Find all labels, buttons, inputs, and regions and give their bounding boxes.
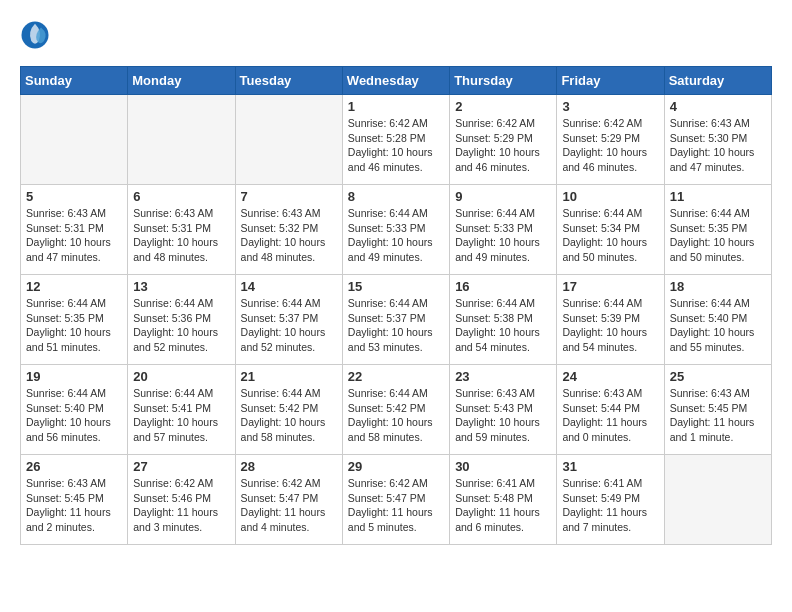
sunrise: Sunrise: 6:44 AM — [348, 297, 428, 309]
week-row-3: 12 Sunrise: 6:44 AM Sunset: 5:35 PM Dayl… — [21, 275, 772, 365]
daylight: Daylight: 10 hours and 47 minutes. — [670, 146, 755, 173]
day-number: 10 — [562, 189, 658, 204]
sunrise: Sunrise: 6:43 AM — [133, 207, 213, 219]
sunrise: Sunrise: 6:44 AM — [241, 387, 321, 399]
sunrise: Sunrise: 6:43 AM — [670, 117, 750, 129]
calendar-cell: 18 Sunrise: 6:44 AM Sunset: 5:40 PM Dayl… — [664, 275, 771, 365]
sunrise: Sunrise: 6:44 AM — [455, 207, 535, 219]
calendar-table: SundayMondayTuesdayWednesdayThursdayFrid… — [20, 66, 772, 545]
day-info: Sunrise: 6:44 AM Sunset: 5:40 PM Dayligh… — [670, 296, 766, 355]
sunset: Sunset: 5:37 PM — [241, 312, 319, 324]
sunset: Sunset: 5:41 PM — [133, 402, 211, 414]
sunrise: Sunrise: 6:42 AM — [133, 477, 213, 489]
sunrise: Sunrise: 6:42 AM — [455, 117, 535, 129]
sunset: Sunset: 5:40 PM — [670, 312, 748, 324]
calendar-cell: 11 Sunrise: 6:44 AM Sunset: 5:35 PM Dayl… — [664, 185, 771, 275]
calendar-cell: 25 Sunrise: 6:43 AM Sunset: 5:45 PM Dayl… — [664, 365, 771, 455]
calendar-cell: 28 Sunrise: 6:42 AM Sunset: 5:47 PM Dayl… — [235, 455, 342, 545]
day-info: Sunrise: 6:42 AM Sunset: 5:29 PM Dayligh… — [562, 116, 658, 175]
calendar-cell: 22 Sunrise: 6:44 AM Sunset: 5:42 PM Dayl… — [342, 365, 449, 455]
daylight: Daylight: 10 hours and 49 minutes. — [348, 236, 433, 263]
daylight: Daylight: 10 hours and 50 minutes. — [562, 236, 647, 263]
calendar-cell: 26 Sunrise: 6:43 AM Sunset: 5:45 PM Dayl… — [21, 455, 128, 545]
sunset: Sunset: 5:47 PM — [348, 492, 426, 504]
sunset: Sunset: 5:35 PM — [26, 312, 104, 324]
sunset: Sunset: 5:45 PM — [26, 492, 104, 504]
logo — [20, 20, 54, 50]
daylight: Daylight: 11 hours and 1 minute. — [670, 416, 755, 443]
day-info: Sunrise: 6:43 AM Sunset: 5:44 PM Dayligh… — [562, 386, 658, 445]
calendar-cell: 13 Sunrise: 6:44 AM Sunset: 5:36 PM Dayl… — [128, 275, 235, 365]
sunset: Sunset: 5:40 PM — [26, 402, 104, 414]
sunset: Sunset: 5:37 PM — [348, 312, 426, 324]
day-number: 16 — [455, 279, 551, 294]
calendar-cell — [21, 95, 128, 185]
sunset: Sunset: 5:38 PM — [455, 312, 533, 324]
daylight: Daylight: 10 hours and 58 minutes. — [241, 416, 326, 443]
sunrise: Sunrise: 6:43 AM — [26, 477, 106, 489]
sunrise: Sunrise: 6:44 AM — [26, 387, 106, 399]
sunset: Sunset: 5:34 PM — [562, 222, 640, 234]
calendar-cell — [128, 95, 235, 185]
sunrise: Sunrise: 6:44 AM — [241, 297, 321, 309]
calendar-cell: 10 Sunrise: 6:44 AM Sunset: 5:34 PM Dayl… — [557, 185, 664, 275]
sunset: Sunset: 5:29 PM — [455, 132, 533, 144]
daylight: Daylight: 10 hours and 56 minutes. — [26, 416, 111, 443]
col-header-thursday: Thursday — [450, 67, 557, 95]
day-number: 21 — [241, 369, 337, 384]
sunset: Sunset: 5:42 PM — [241, 402, 319, 414]
col-header-monday: Monday — [128, 67, 235, 95]
day-info: Sunrise: 6:44 AM Sunset: 5:37 PM Dayligh… — [348, 296, 444, 355]
sunrise: Sunrise: 6:44 AM — [26, 297, 106, 309]
day-number: 29 — [348, 459, 444, 474]
day-number: 11 — [670, 189, 766, 204]
sunset: Sunset: 5:33 PM — [348, 222, 426, 234]
sunrise: Sunrise: 6:44 AM — [348, 387, 428, 399]
sunrise: Sunrise: 6:44 AM — [133, 387, 213, 399]
sunrise: Sunrise: 6:44 AM — [133, 297, 213, 309]
day-number: 7 — [241, 189, 337, 204]
daylight: Daylight: 10 hours and 58 minutes. — [348, 416, 433, 443]
day-info: Sunrise: 6:44 AM Sunset: 5:39 PM Dayligh… — [562, 296, 658, 355]
daylight: Daylight: 10 hours and 49 minutes. — [455, 236, 540, 263]
sunrise: Sunrise: 6:44 AM — [670, 297, 750, 309]
day-info: Sunrise: 6:44 AM Sunset: 5:36 PM Dayligh… — [133, 296, 229, 355]
sunset: Sunset: 5:39 PM — [562, 312, 640, 324]
calendar-cell: 7 Sunrise: 6:43 AM Sunset: 5:32 PM Dayli… — [235, 185, 342, 275]
calendar-cell: 2 Sunrise: 6:42 AM Sunset: 5:29 PM Dayli… — [450, 95, 557, 185]
sunset: Sunset: 5:45 PM — [670, 402, 748, 414]
calendar-cell: 15 Sunrise: 6:44 AM Sunset: 5:37 PM Dayl… — [342, 275, 449, 365]
page-header — [20, 20, 772, 50]
calendar-cell: 5 Sunrise: 6:43 AM Sunset: 5:31 PM Dayli… — [21, 185, 128, 275]
sunset: Sunset: 5:44 PM — [562, 402, 640, 414]
day-number: 2 — [455, 99, 551, 114]
sunset: Sunset: 5:46 PM — [133, 492, 211, 504]
day-number: 12 — [26, 279, 122, 294]
sunset: Sunset: 5:31 PM — [26, 222, 104, 234]
day-info: Sunrise: 6:44 AM Sunset: 5:33 PM Dayligh… — [348, 206, 444, 265]
daylight: Daylight: 10 hours and 46 minutes. — [562, 146, 647, 173]
day-number: 13 — [133, 279, 229, 294]
calendar-cell: 31 Sunrise: 6:41 AM Sunset: 5:49 PM Dayl… — [557, 455, 664, 545]
week-row-5: 26 Sunrise: 6:43 AM Sunset: 5:45 PM Dayl… — [21, 455, 772, 545]
sunrise: Sunrise: 6:41 AM — [455, 477, 535, 489]
calendar-cell: 20 Sunrise: 6:44 AM Sunset: 5:41 PM Dayl… — [128, 365, 235, 455]
day-number: 1 — [348, 99, 444, 114]
sunrise: Sunrise: 6:44 AM — [562, 207, 642, 219]
sunset: Sunset: 5:42 PM — [348, 402, 426, 414]
sunset: Sunset: 5:32 PM — [241, 222, 319, 234]
sunrise: Sunrise: 6:42 AM — [562, 117, 642, 129]
day-info: Sunrise: 6:42 AM Sunset: 5:28 PM Dayligh… — [348, 116, 444, 175]
week-row-4: 19 Sunrise: 6:44 AM Sunset: 5:40 PM Dayl… — [21, 365, 772, 455]
day-info: Sunrise: 6:43 AM Sunset: 5:32 PM Dayligh… — [241, 206, 337, 265]
calendar-cell: 21 Sunrise: 6:44 AM Sunset: 5:42 PM Dayl… — [235, 365, 342, 455]
calendar-cell: 3 Sunrise: 6:42 AM Sunset: 5:29 PM Dayli… — [557, 95, 664, 185]
day-info: Sunrise: 6:42 AM Sunset: 5:47 PM Dayligh… — [348, 476, 444, 535]
daylight: Daylight: 11 hours and 3 minutes. — [133, 506, 218, 533]
daylight: Daylight: 10 hours and 54 minutes. — [455, 326, 540, 353]
sunset: Sunset: 5:47 PM — [241, 492, 319, 504]
calendar-cell: 9 Sunrise: 6:44 AM Sunset: 5:33 PM Dayli… — [450, 185, 557, 275]
day-info: Sunrise: 6:44 AM Sunset: 5:37 PM Dayligh… — [241, 296, 337, 355]
week-row-1: 1 Sunrise: 6:42 AM Sunset: 5:28 PM Dayli… — [21, 95, 772, 185]
daylight: Daylight: 11 hours and 2 minutes. — [26, 506, 111, 533]
